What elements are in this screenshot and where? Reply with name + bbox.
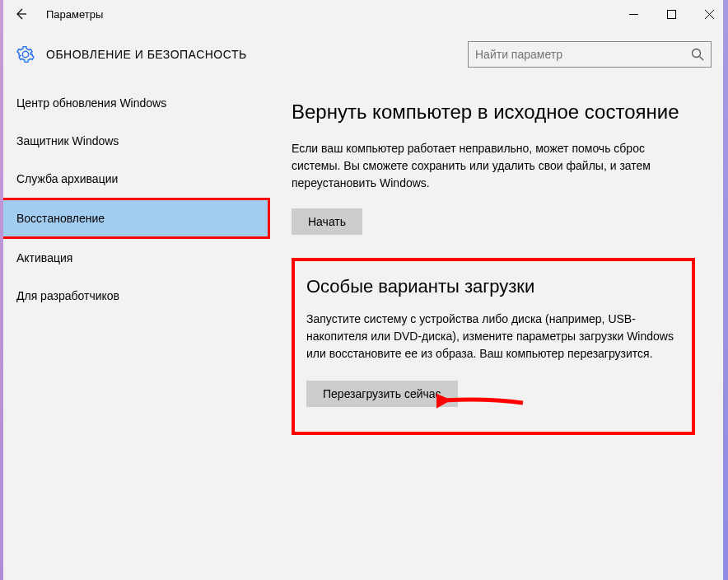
reset-heading: Вернуть компьютер в исходное состояние: [292, 99, 695, 125]
window-right-edge: [723, 0, 728, 580]
svg-rect-0: [667, 10, 675, 18]
search-input[interactable]: [475, 48, 691, 61]
main: Вернуть компьютер в исходное состояние Е…: [270, 84, 728, 573]
sidebar-item-label: Восстановление: [16, 212, 105, 225]
content: Центр обновления Windows Защитник Window…: [0, 84, 728, 573]
sidebar-item-label: Защитник Windows: [16, 134, 119, 147]
restart-now-button[interactable]: Перезагрузить сейчас: [306, 381, 458, 407]
sidebar-item-backup[interactable]: Служба архивации: [0, 160, 270, 198]
window-controls: [614, 0, 728, 28]
reset-start-button[interactable]: Начать: [292, 208, 362, 235]
sidebar-item-developers[interactable]: Для разработчиков: [0, 277, 270, 315]
header-left: ОБНОВЛЕНИЕ И БЕЗОПАСНОСТЬ: [16, 45, 468, 63]
sidebar-item-label: Центр обновления Windows: [16, 96, 166, 110]
header: ОБНОВЛЕНИЕ И БЕЗОПАСНОСТЬ: [0, 28, 728, 84]
sidebar-item-defender[interactable]: Защитник Windows: [0, 122, 270, 160]
maximize-icon: [667, 10, 676, 19]
minimize-icon: [629, 10, 638, 19]
close-icon: [705, 10, 714, 19]
minimize-button[interactable]: [614, 0, 652, 28]
sidebar-item-label: Для разработчиков: [16, 289, 119, 302]
titlebar: Параметры: [0, 0, 728, 28]
back-arrow-icon: [14, 7, 27, 21]
sidebar-item-label: Служба архивации: [16, 172, 118, 185]
sidebar-item-windows-update[interactable]: Центр обновления Windows: [0, 84, 270, 122]
back-button[interactable]: [0, 0, 41, 28]
advanced-body: Запустите систему с устройства либо диск…: [306, 311, 680, 362]
window-title: Параметры: [46, 8, 614, 21]
advanced-heading: Особые варианты загрузки: [306, 276, 680, 297]
reset-body: Если ваш компьютер работает неправильно,…: [292, 140, 695, 192]
search-icon: [691, 48, 704, 61]
sidebar: Центр обновления Windows Защитник Window…: [0, 84, 270, 573]
svg-point-1: [693, 49, 701, 58]
maximize-button[interactable]: [652, 0, 690, 28]
highlight-recovery: Восстановление: [0, 198, 270, 239]
sidebar-item-activation[interactable]: Активация: [0, 239, 270, 277]
section-reset: Вернуть компьютер в исходное состояние Е…: [292, 99, 695, 235]
sidebar-item-recovery[interactable]: Восстановление: [2, 200, 268, 236]
sidebar-item-label: Активация: [16, 251, 72, 264]
window-left-edge: [0, 0, 3, 580]
gear-icon: [16, 45, 35, 63]
search-box[interactable]: [468, 41, 712, 68]
section-title: ОБНОВЛЕНИЕ И БЕЗОПАСНОСТЬ: [46, 48, 247, 61]
section-advanced-startup: Особые варианты загрузки Запустите систе…: [292, 258, 695, 435]
